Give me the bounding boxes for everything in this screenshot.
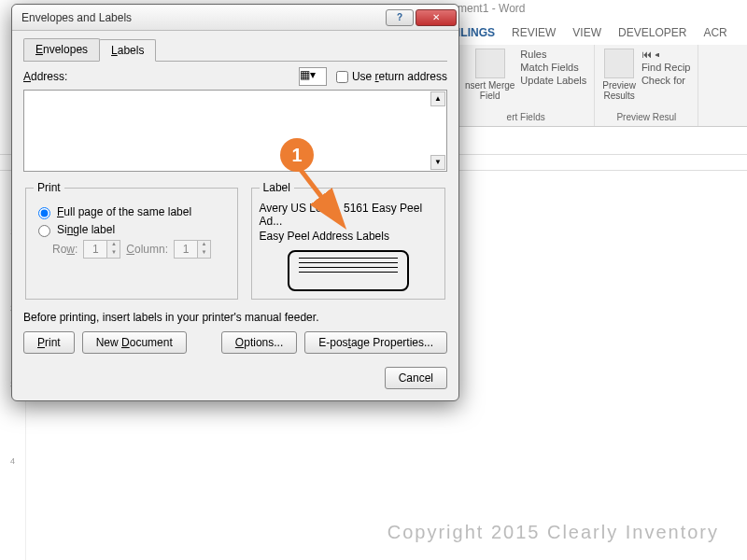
use-return-address-checkbox[interactable]: Use return address	[336, 70, 447, 83]
tab-review[interactable]: REVIEW	[512, 26, 556, 39]
label-product-name: Avery US Letter, 5161 Easy Peel Ad...	[260, 202, 437, 228]
label-legend: Label	[260, 181, 294, 194]
single-label-radio[interactable]	[38, 225, 50, 237]
print-groupbox: Print Full page of the same label Single…	[25, 181, 238, 300]
col-down-icon: ▼	[197, 249, 210, 258]
column-input	[175, 241, 197, 258]
ribbon-group-label-fields: ert Fields	[465, 112, 586, 122]
column-label: Column:	[126, 243, 168, 256]
ribbon-group-label-preview: Preview Resul	[602, 112, 690, 122]
epostage-button[interactable]: E-postage Properties...	[304, 331, 447, 354]
row-spinner: ▲▼	[83, 240, 120, 259]
ribbon-group-fields: nsert Merge Field Rules Match Fields Upd…	[458, 45, 595, 126]
tab-developer[interactable]: DEVELOPER	[618, 26, 686, 39]
tab-acrobat[interactable]: ACR	[703, 26, 726, 39]
print-button[interactable]: Print	[23, 331, 75, 354]
options-button[interactable]: Options...	[221, 331, 297, 354]
use-return-label: Use return address	[352, 70, 447, 83]
envelopes-labels-dialog: Envelopes and Labels ✕ Envelopes Labels …	[11, 4, 459, 401]
find-recipient-button[interactable]: Find Recip	[641, 62, 691, 73]
tab-mailings[interactable]: ILINGS	[458, 26, 495, 39]
label-preview-icon	[288, 250, 409, 291]
new-document-button[interactable]: New Document	[82, 331, 187, 354]
preview-label1: Preview	[602, 80, 636, 91]
dialog-title: Envelopes and Labels	[21, 11, 384, 24]
address-textarea[interactable]: ▲ ▼	[23, 90, 447, 172]
insert-merge-label1: nsert Merge	[465, 80, 514, 91]
tab-envelopes[interactable]: Envelopes	[23, 38, 100, 61]
print-legend: Print	[34, 181, 64, 194]
check-errors-button[interactable]: Check for	[641, 75, 691, 86]
nav-first-icon[interactable]: ⏮ ◀	[641, 49, 691, 60]
update-labels-button[interactable]: Update Labels	[520, 75, 586, 86]
scroll-down-icon[interactable]: ▼	[430, 155, 445, 170]
column-spinner: ▲▼	[174, 240, 211, 259]
dialog-tabs: Envelopes Labels	[23, 38, 447, 62]
tab-labels[interactable]: Labels	[99, 39, 156, 62]
col-up-icon: ▲	[197, 241, 210, 249]
row-down-icon: ▼	[106, 249, 120, 258]
ribbon-group-preview: Preview Results ⏮ ◀ Find Recip Check for…	[595, 45, 698, 126]
printer-note: Before printing, insert labels in your p…	[23, 311, 447, 324]
watermark: Copyright 2015 Clearly Inventory	[388, 522, 719, 543]
scroll-up-icon[interactable]: ▲	[430, 91, 445, 106]
dialog-titlebar[interactable]: Envelopes and Labels ✕	[12, 5, 458, 31]
row-label: Row:	[52, 243, 78, 256]
label-product-desc: Easy Peel Address Labels	[260, 230, 437, 243]
insert-merge-label2: Field	[465, 91, 514, 101]
close-button[interactable]: ✕	[416, 9, 457, 26]
rules-button[interactable]: Rules	[520, 49, 586, 60]
full-page-label: Full page of the same label	[57, 205, 191, 218]
insert-merge-field-icon[interactable]	[475, 49, 505, 78]
cancel-button[interactable]: Cancel	[385, 367, 447, 389]
match-fields-button[interactable]: Match Fields	[520, 62, 586, 73]
help-button[interactable]	[386, 9, 414, 26]
tab-view[interactable]: VIEW	[572, 26, 601, 39]
ribbon-tabs: ILINGS REVIEW VIEW DEVELOPER ACR	[458, 26, 727, 39]
address-label: Address:	[23, 70, 289, 83]
address-book-icon[interactable]: ▦▾	[299, 67, 327, 86]
preview-label2: Results	[602, 91, 636, 101]
full-page-radio[interactable]	[38, 207, 50, 219]
label-groupbox[interactable]: Label Avery US Letter, 5161 Easy Peel Ad…	[251, 181, 445, 300]
single-label-label: Single label	[57, 223, 115, 236]
row-input	[84, 241, 106, 258]
preview-results-icon[interactable]	[604, 49, 634, 78]
row-up-icon: ▲	[106, 241, 120, 249]
word-window-title: ment1 - Word	[458, 2, 525, 15]
use-return-checkbox-input[interactable]	[336, 71, 348, 83]
ribbon: nsert Merge Field Rules Match Fields Upd…	[458, 45, 747, 127]
